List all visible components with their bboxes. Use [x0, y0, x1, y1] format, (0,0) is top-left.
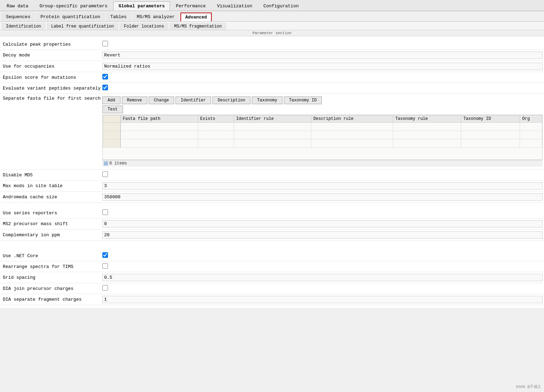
subtab-advanced[interactable]: Advanced — [180, 13, 212, 21]
input-max-mods[interactable] — [102, 182, 543, 190]
value-grid-spacing — [101, 273, 544, 282]
fasta-taxonomy-id-button[interactable]: Taxonomy ID — [284, 97, 322, 104]
param-row-max-mods: Max mods in site table — [0, 180, 544, 192]
value-variant-peptides — [101, 84, 544, 92]
label-calc-peak: Calculate peak properties — [0, 42, 101, 47]
param-row-decoy-mode: Decoy mode — [0, 50, 544, 61]
value-net-core — [101, 252, 544, 260]
sub-tab-bar: Sequences Protein quantification Tables … — [0, 11, 544, 22]
value-occupancies — [101, 62, 544, 71]
param-row-calc-peak: Calculate peak properties — [0, 39, 544, 50]
label-fasta: Separate fasta file for first search — [0, 96, 101, 101]
checkbox-series-reporters[interactable] — [102, 209, 108, 215]
fasta-row-desc-rule — [311, 123, 393, 131]
section-tab-bar: Identification Label free quantification… — [0, 22, 544, 30]
fasta-taxonomy-button[interactable]: Taxonomy — [252, 97, 282, 104]
input-comp-ion[interactable] — [102, 231, 543, 239]
input-cache-size[interactable] — [102, 193, 543, 201]
tab-visualization[interactable]: Visualization — [212, 1, 257, 11]
subtab-tables[interactable]: Tables — [106, 13, 131, 21]
spacer-1 — [0, 203, 544, 208]
top-tab-bar: Raw data Group-specific parameters Globa… — [0, 0, 544, 11]
spacer-2 — [0, 241, 544, 246]
label-dia-separate: DIA separate fragment charges — [0, 297, 101, 302]
label-disable-md5: Disable MD5 — [0, 172, 101, 178]
fasta-identifier-button[interactable]: Identifier — [176, 97, 211, 104]
fasta-col-exists: Exists — [198, 115, 234, 123]
param-row-occupancies: Use for occupancies — [0, 61, 544, 72]
label-decoy-mode: Decoy mode — [0, 53, 101, 58]
subtab-protein-quant[interactable]: Protein quantification — [36, 13, 105, 21]
fasta-row-tax-rule — [393, 123, 461, 131]
value-dia-separate — [101, 295, 544, 304]
fasta-add-button[interactable]: Add — [102, 97, 121, 104]
input-decoy-mode[interactable] — [102, 52, 543, 59]
tab-global-parameters[interactable]: Global parameters — [113, 1, 170, 11]
label-cache-size: Andromeda cache size — [0, 194, 101, 200]
sectiontab-folder-locations[interactable]: Folder locations — [119, 23, 169, 30]
value-cache-size — [101, 193, 544, 201]
param-row-epsilon: Epsilon score for mutations — [0, 72, 544, 83]
label-grid-spacing: Grid spacing — [0, 275, 101, 280]
checkbox-epsilon[interactable] — [102, 74, 108, 79]
label-epsilon: Epsilon score for mutations — [0, 75, 101, 80]
fasta-description-button[interactable]: Description — [212, 97, 250, 104]
sectiontab-identification[interactable]: Identification — [1, 23, 46, 30]
param-row-tims: Rearrange spectra for TIMS — [0, 261, 544, 272]
param-row-net-core: Use .NET Core — [0, 251, 544, 261]
main-content: Calculate peak properties Decoy mode Use… — [0, 36, 544, 308]
subtab-msms-analyzer[interactable]: MS/MS analyzer — [132, 13, 179, 21]
fasta-button-row1: Add Remove Change Identifier Description… — [102, 97, 543, 104]
value-decoy-mode — [101, 51, 544, 60]
tab-group-specific[interactable]: Group-specific parameters — [34, 1, 112, 11]
fasta-col-org: Org — [520, 115, 542, 123]
fasta-col-tax-rule: Taxonomy rule — [393, 115, 461, 123]
checkbox-variant-peptides[interactable] — [102, 85, 108, 90]
param-row-variant-peptides: Evaluate variant peptides separately — [0, 83, 544, 94]
scroll-indicator[interactable] — [104, 161, 108, 166]
checkbox-tims[interactable] — [102, 263, 108, 269]
fasta-remove-button[interactable]: Remove — [122, 97, 147, 104]
fasta-change-button[interactable]: Change — [149, 97, 174, 104]
param-row-grid-spacing: Grid spacing — [0, 272, 544, 283]
param-row-series-reporters: Use series reporters — [0, 208, 544, 218]
fasta-row-id-rule — [234, 123, 311, 131]
fasta-table: Fasta file path Exists Identifier rule D… — [103, 115, 542, 148]
value-ms2-shift — [101, 220, 544, 228]
subtab-sequences[interactable]: Sequences — [1, 13, 35, 21]
fasta-col-tax-id: Taxonomy ID — [461, 115, 520, 123]
value-comp-ion — [101, 231, 544, 239]
fasta-col-path: Fasta file path — [121, 115, 198, 123]
label-comp-ion: Complementary ion ppm — [0, 232, 101, 238]
value-dia-join — [101, 284, 544, 293]
fasta-section: Add Remove Change Identifier Description… — [101, 96, 544, 167]
checkbox-dia-join[interactable] — [102, 285, 108, 291]
label-net-core: Use .NET Core — [0, 253, 101, 259]
fasta-col-desc-rule: Description rule — [311, 115, 393, 123]
label-max-mods: Max mods in site table — [0, 183, 101, 189]
param-section-label: Parameter section — [0, 30, 544, 36]
input-occupancies[interactable] — [102, 63, 543, 70]
fasta-row-num — [103, 123, 121, 131]
param-row-cache-size: Andromeda cache size — [0, 192, 544, 203]
value-max-mods — [101, 182, 544, 190]
tab-performance[interactable]: Performance — [171, 1, 211, 11]
tab-raw-data[interactable]: Raw data — [1, 1, 33, 11]
checkbox-calc-peak[interactable] — [102, 41, 108, 46]
fasta-row-tax-id — [461, 123, 520, 131]
checkbox-disable-md5[interactable] — [102, 171, 108, 177]
sectiontab-msms-frag[interactable]: MS/MS fragmentation — [170, 23, 226, 30]
param-row-fasta: Separate fasta file for first search Add… — [0, 94, 544, 170]
param-row-comp-ion: Complementary ion ppm — [0, 230, 544, 241]
fasta-test-button[interactable]: Test — [102, 106, 123, 113]
tab-configuration[interactable]: Configuration — [258, 1, 304, 11]
checkbox-net-core[interactable] — [102, 252, 108, 258]
input-dia-separate[interactable] — [102, 296, 543, 303]
sectiontab-label-free[interactable]: Label free quantification — [47, 23, 118, 30]
value-calc-peak — [101, 40, 544, 48]
fasta-empty-row-1 — [103, 123, 542, 131]
fasta-empty-row-2 — [103, 131, 542, 139]
input-ms2-shift[interactable] — [102, 220, 543, 228]
input-grid-spacing[interactable] — [102, 274, 543, 281]
label-ms2-shift: MS2 precursor mass shift — [0, 221, 101, 226]
